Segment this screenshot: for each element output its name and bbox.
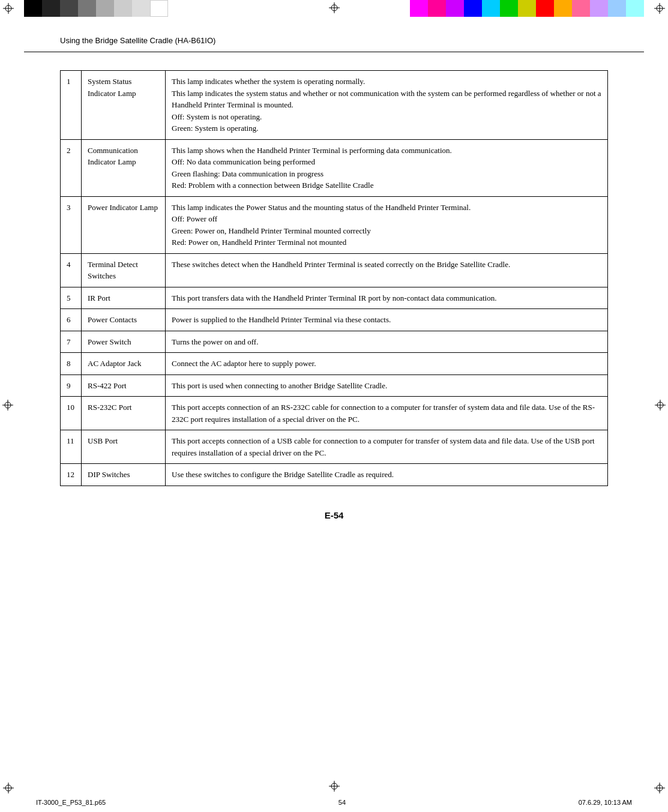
row-number: 4	[61, 253, 82, 287]
row-description: Use these switches to configure the Brid…	[166, 464, 608, 486]
main-content: 1System Status Indicator LampThis lamp i…	[24, 52, 644, 532]
reg-mark-center-top	[329, 2, 340, 16]
row-component-name: Communication Indicator Lamp	[82, 139, 166, 196]
footer-center: 54	[339, 799, 346, 806]
reg-mark-center-bottom	[329, 781, 340, 794]
row-number: 7	[61, 331, 82, 353]
row-description: This port accepts connection of an RS-23…	[166, 397, 608, 430]
table-row: 12DIP SwitchesUse these switches to conf…	[61, 464, 608, 486]
row-number: 8	[61, 353, 82, 375]
row-description: This port is used when connecting to ano…	[166, 374, 608, 397]
components-table: 1System Status Indicator LampThis lamp i…	[60, 70, 608, 486]
row-description: This port transfers data with the Handhe…	[166, 287, 608, 309]
row-number: 9	[61, 374, 82, 397]
row-number: 12	[61, 464, 82, 486]
page-footer: IT-3000_E_P53_81.p65 54 07.6.29, 10:13 A…	[0, 799, 668, 806]
row-component-name: Power Switch	[82, 331, 166, 353]
row-component-name: Power Indicator Lamp	[82, 196, 166, 253]
row-component-name: Power Contacts	[82, 309, 166, 331]
row-description: This port accepts connection of a USB ca…	[166, 430, 608, 464]
row-description: Turns the power on and off.	[166, 331, 608, 353]
row-description: Power is supplied to the Handheld Printe…	[166, 309, 608, 331]
color-strip-left	[24, 0, 168, 17]
row-number: 6	[61, 309, 82, 331]
table-row: 6Power ContactsPower is supplied to the …	[61, 309, 608, 331]
row-number: 2	[61, 139, 82, 196]
table-row: 4Terminal Detect SwitchesThese switches …	[61, 253, 608, 287]
row-component-name: Terminal Detect Switches	[82, 253, 166, 287]
row-number: 10	[61, 397, 82, 430]
row-number: 3	[61, 196, 82, 253]
row-component-name: System Status Indicator Lamp	[82, 71, 166, 140]
table-row: 1System Status Indicator LampThis lamp i…	[61, 71, 608, 140]
reg-mark-center-right	[655, 400, 666, 413]
row-component-name: RS-232C Port	[82, 397, 166, 430]
row-description: Connect the AC adaptor here to supply po…	[166, 353, 608, 375]
table-row: 7Power SwitchTurns the power on and off.	[61, 331, 608, 353]
table-row: 5IR PortThis port transfers data with th…	[61, 287, 608, 309]
row-description: This lamp indicates whether the system i…	[166, 71, 608, 140]
row-number: 5	[61, 287, 82, 309]
reg-mark-bottom-left	[2, 782, 14, 794]
table-row: 11USB PortThis port accepts connection o…	[61, 430, 608, 464]
row-number: 11	[61, 430, 82, 464]
page-number: E-54	[60, 510, 608, 520]
reg-mark-top-right	[654, 2, 666, 14]
row-component-name: USB Port	[82, 430, 166, 464]
footer-right: 07.6.29, 10:13 AM	[579, 799, 632, 806]
row-description: These switches detect when the Handheld …	[166, 253, 608, 287]
table-row: 8AC Adaptor JackConnect the AC adaptor h…	[61, 353, 608, 375]
table-row: 3Power Indicator LampThis lamp indicates…	[61, 196, 608, 253]
table-row: 9RS-422 PortThis port is used when conne…	[61, 374, 608, 397]
row-component-name: IR Port	[82, 287, 166, 309]
row-description: This lamp indicates the Power Status and…	[166, 196, 608, 253]
footer-left: IT-3000_E_P53_81.p65	[36, 799, 106, 806]
row-component-name: AC Adaptor Jack	[82, 353, 166, 375]
table-row: 10RS-232C PortThis port accepts connecti…	[61, 397, 608, 430]
table-row: 2Communication Indicator LampThis lamp s…	[61, 139, 608, 196]
reg-mark-top-left	[2, 2, 14, 14]
row-component-name: DIP Switches	[82, 464, 166, 486]
row-description: This lamp shows when the Handheld Printe…	[166, 139, 608, 196]
page-header-title: Using the Bridge Satellite Cradle (HA-B6…	[60, 36, 215, 45]
reg-mark-center-left	[2, 400, 13, 413]
row-number: 1	[61, 71, 82, 140]
reg-mark-bottom-right	[654, 782, 666, 794]
row-component-name: RS-422 Port	[82, 374, 166, 397]
color-strip-right	[410, 0, 644, 17]
